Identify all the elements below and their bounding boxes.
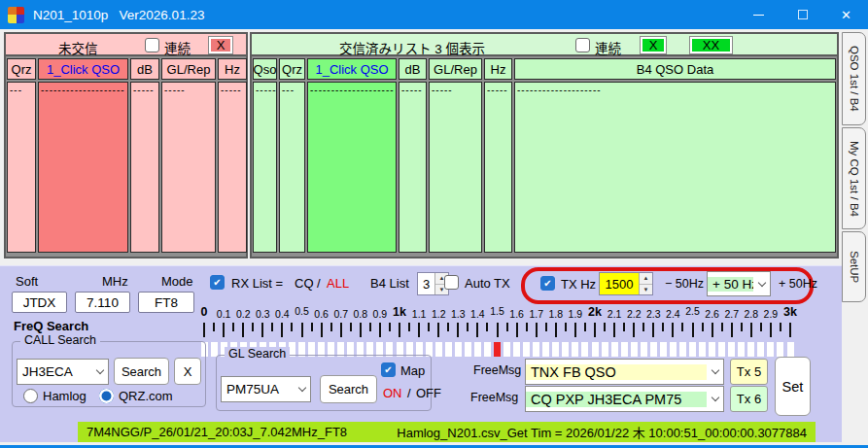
frequency-segment[interactable]: [689, 342, 696, 357]
right-column-cells[interactable]: --------------------: [307, 82, 397, 253]
plus-50hz-label[interactable]: + 50Hz: [779, 277, 817, 291]
tx6-button[interactable]: Tx 6: [730, 386, 768, 412]
left-clear-button[interactable]: X: [208, 36, 233, 54]
right-column-cells[interactable]: ---: [279, 82, 305, 253]
mhz-field[interactable]: 7.110: [75, 292, 130, 313]
left-column-header[interactable]: 1_Click QSO: [38, 58, 128, 80]
right-continuous-checkbox[interactable]: [575, 38, 590, 52]
frequency-segment[interactable]: [660, 342, 667, 357]
gl-search-button[interactable]: Search: [320, 375, 377, 403]
gl-search-select[interactable]: PM75UA: [221, 376, 311, 402]
tx5-button[interactable]: Tx 5: [730, 359, 768, 385]
frequency-segment[interactable]: [533, 342, 539, 357]
map-off-label[interactable]: OFF: [416, 386, 441, 400]
left-column-cells[interactable]: -----: [161, 82, 216, 253]
frequency-segment[interactable]: [474, 342, 481, 357]
map-checkbox[interactable]: ✔: [381, 362, 396, 377]
tx-hz-down-icon[interactable]: ▼: [640, 285, 652, 295]
frequency-segment[interactable]: [738, 342, 745, 357]
left-column-cells[interactable]: --------------------: [38, 82, 128, 253]
right-column-qso: Qso-----: [253, 58, 277, 253]
frequency-segment[interactable]: [679, 342, 686, 357]
frequency-segment[interactable]: [435, 342, 442, 357]
left-continuous-checkbox[interactable]: [145, 38, 159, 52]
tab-setup[interactable]: SetUP: [842, 231, 866, 302]
left-column-cells[interactable]: -----: [218, 82, 247, 253]
minimize-icon[interactable]: [737, 0, 781, 29]
hz-step-select[interactable]: + 50 Hz: [707, 271, 771, 296]
ruler-tick: [389, 323, 391, 331]
maximize-icon[interactable]: [781, 0, 824, 29]
ruler-tick: [760, 323, 762, 331]
right-column-cells[interactable]: -----: [253, 82, 277, 253]
frequency-segment[interactable]: [631, 342, 638, 357]
tx-hz-checkbox[interactable]: ✔: [540, 276, 555, 291]
soft-field[interactable]: JTDX: [12, 292, 67, 313]
right-column-cells[interactable]: -----: [429, 82, 482, 253]
frequency-segment[interactable]: [484, 342, 491, 357]
right-column-header: Qrz: [279, 58, 305, 80]
minus-50hz-label[interactable]: − 50Hz: [665, 277, 704, 291]
frequency-segment[interactable]: [572, 342, 578, 357]
right-column-header[interactable]: 1_Click QSO: [307, 58, 397, 80]
right-column-cells[interactable]: -----: [484, 82, 512, 253]
auto-tx-checkbox[interactable]: [444, 275, 459, 290]
frequency-segment[interactable]: [641, 342, 647, 357]
frequency-segment[interactable]: [650, 342, 657, 357]
set-button[interactable]: Set: [775, 357, 811, 416]
tx-hz-up-icon[interactable]: ▲: [640, 273, 652, 285]
hamlog-radio-label[interactable]: Hamlog: [43, 389, 87, 403]
close-icon[interactable]: ✕: [824, 0, 868, 29]
frequency-segment[interactable]: [211, 342, 218, 357]
left-column-cells[interactable]: -----: [130, 82, 159, 253]
frequency-segment[interactable]: [787, 342, 794, 357]
frequency-segment[interactable]: [513, 342, 520, 357]
frequency-segment[interactable]: [581, 342, 588, 357]
rx-cq-label[interactable]: CQ: [295, 276, 314, 291]
frequency-segment[interactable]: [445, 342, 452, 357]
tab-my-cq-1st-b4[interactable]: My CQ 1st / B4: [842, 127, 866, 229]
frequency-segment[interactable]: [503, 342, 510, 357]
tab-qso-1st-b4[interactable]: QSO 1st / B4: [842, 32, 866, 125]
qrz-radio[interactable]: [99, 389, 114, 403]
qrz-radio-label[interactable]: QRZ.com: [119, 389, 173, 403]
call-search-x-button[interactable]: X: [174, 358, 201, 385]
frequency-segment[interactable]: [602, 342, 608, 357]
frequency-segment[interactable]: [757, 342, 764, 357]
freemsg2-select[interactable]: CQ PXP JH3ECA PM75: [525, 386, 724, 412]
right-column-cells[interactable]: -----: [399, 82, 427, 253]
right-column-cells[interactable]: --------------------: [514, 82, 836, 253]
frequency-segment[interactable]: [699, 342, 706, 357]
frequency-segment[interactable]: [455, 342, 462, 357]
frequency-segment[interactable]: [767, 342, 774, 357]
frequency-segment[interactable]: [611, 342, 618, 357]
left-column-cells[interactable]: ---: [7, 82, 36, 253]
frequency-segment[interactable]: [621, 342, 628, 357]
frequency-segment[interactable]: [670, 342, 677, 357]
call-search-select[interactable]: JH3ECA: [17, 359, 109, 385]
right-clear-xx-button[interactable]: XX: [689, 36, 733, 54]
right-clear-x-button[interactable]: X: [640, 36, 667, 54]
frequency-segment[interactable]: [747, 342, 754, 357]
frequency-segment[interactable]: [552, 342, 559, 357]
frequency-segment[interactable]: [562, 342, 569, 357]
frequency-segment[interactable]: [728, 342, 735, 357]
frequency-segment[interactable]: [542, 342, 549, 357]
tx-frequency-marker[interactable]: [494, 342, 501, 357]
hamlog-radio[interactable]: [23, 389, 38, 403]
rx-all-label[interactable]: ALL: [327, 276, 349, 291]
frequency-segment[interactable]: [465, 342, 471, 357]
frequency-segment[interactable]: [592, 342, 599, 357]
tx-hz-stepper[interactable]: 1500 ▲▼: [599, 272, 653, 295]
frequency-segment[interactable]: [709, 342, 715, 357]
map-on-label[interactable]: ON: [383, 386, 402, 400]
call-search-button[interactable]: Search: [114, 358, 169, 385]
frequency-segment[interactable]: [718, 342, 725, 357]
freemsg1-select[interactable]: TNX FB QSO: [525, 359, 724, 385]
frequency-segment[interactable]: [777, 342, 783, 357]
frequency-segment[interactable]: [523, 342, 530, 357]
ruler-tick: [780, 323, 781, 331]
ruler-tick: [369, 323, 371, 331]
rx-list-checkbox[interactable]: ✔: [210, 275, 225, 290]
mode-field[interactable]: FT8: [138, 292, 194, 313]
